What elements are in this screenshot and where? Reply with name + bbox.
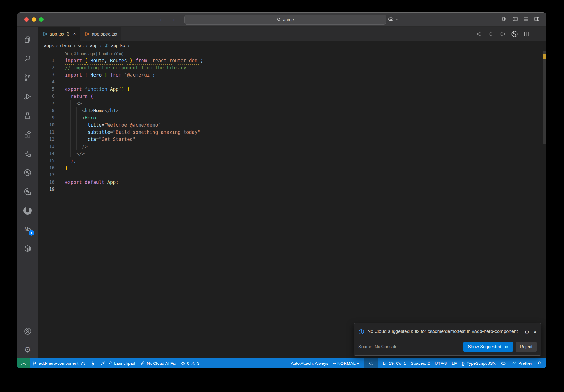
tab-app-tsx[interactable]: app.tsx 3 × (38, 27, 80, 41)
minimize-window-button[interactable] (32, 17, 36, 22)
line-number[interactable]: 15 (38, 157, 55, 164)
formatter-status-item[interactable]: ✓✓ Prettier (509, 358, 535, 368)
nav-forward-icon[interactable] (499, 31, 506, 37)
code-editor[interactable]: You, 3 hours ago | 1 author (You) 1impor… (38, 50, 546, 358)
sidebar-item-nx-console[interactable]: N> 1 (17, 220, 38, 239)
scrollbar[interactable] (543, 51, 546, 144)
breadcrumb-item[interactable]: src (78, 43, 83, 48)
sidebar-item-source-control[interactable] (17, 68, 38, 87)
code-line[interactable]: 17 (38, 172, 546, 179)
sidebar-item-extensions[interactable] (17, 125, 38, 144)
nx-run-graph-icon[interactable] (511, 30, 518, 38)
sidebar-item-package[interactable] (17, 239, 38, 258)
code-line[interactable]: 18export default App; (38, 179, 546, 186)
line-number[interactable]: 19 (38, 186, 55, 193)
code-line[interactable]: 16} (38, 164, 546, 172)
tab-app-spec-tsx[interactable]: app.spec.tsx (80, 27, 121, 41)
line-number[interactable]: 6 (38, 93, 55, 100)
zoom-window-button[interactable] (39, 17, 44, 22)
vim-mode-status-item[interactable]: -- NORMAL -- (331, 358, 362, 368)
breadcrumb-item[interactable]: app (90, 43, 97, 48)
code-line[interactable]: 14 </> (38, 150, 546, 157)
breadcrumb-more[interactable]: … (132, 43, 136, 48)
close-window-button[interactable] (24, 17, 29, 22)
chevron-down-icon[interactable] (395, 18, 399, 21)
notifications-status-item[interactable] (535, 358, 545, 368)
notification-settings-icon[interactable]: ⚙ (525, 329, 529, 335)
problems-status-item[interactable]: ⊘ 0 ⚠ 3 (178, 358, 202, 368)
sidebar-item-nx-project-details[interactable] (17, 182, 38, 201)
toggle-sidebar-icon[interactable] (512, 16, 518, 22)
code-line[interactable]: 15 ); (38, 157, 546, 164)
command-center-search[interactable]: acme (184, 15, 386, 24)
close-icon[interactable]: × (73, 31, 76, 37)
sidebar-item-testing[interactable] (17, 106, 38, 125)
auto-attach-status-item[interactable]: Auto Attach: Always (288, 358, 331, 368)
line-number[interactable]: 16 (38, 164, 55, 172)
launchpad-status-item[interactable]: Launchpad (98, 358, 138, 368)
encoding-status-item[interactable]: UTF-8 (432, 358, 449, 368)
indentation-status-item[interactable]: Spaces: 2 (408, 358, 432, 368)
source-control-graph-item[interactable] (88, 358, 98, 368)
sidebar-item-explorer[interactable] (17, 30, 38, 49)
toggle-secondary-sidebar-icon[interactable] (534, 16, 540, 22)
code-line[interactable]: 7 <> (38, 100, 546, 107)
notification-close-icon[interactable]: × (533, 328, 537, 336)
line-number[interactable]: 7 (38, 100, 55, 107)
line-number[interactable]: 13 (38, 143, 55, 150)
show-suggested-fix-button[interactable]: Show Suggested Fix (463, 342, 513, 352)
toggle-panel-icon[interactable] (523, 16, 529, 22)
breadcrumb-file[interactable]: app.tsx (111, 43, 125, 48)
line-number[interactable]: 14 (38, 150, 55, 157)
code-line[interactable]: 9 <Hero (38, 114, 546, 121)
language-mode-status-item[interactable]: {} TypeScript JSX (459, 358, 498, 368)
code-line[interactable]: 5export function App() { (38, 86, 546, 93)
line-number[interactable]: 9 (38, 114, 55, 121)
copilot-icon[interactable] (387, 16, 394, 23)
copilot-status-item[interactable] (498, 358, 509, 368)
accounts-button[interactable] (17, 322, 38, 341)
code-line[interactable]: 8 <h1>Home</h1> (38, 107, 546, 114)
branch-status-item[interactable]: add-hero-component (30, 358, 88, 368)
code-line[interactable]: 12 cta="Get Started" (38, 136, 546, 143)
sidebar-item-project-structure[interactable] (17, 144, 38, 163)
sidebar-item-edge-tools[interactable] (17, 201, 38, 220)
history-forward-icon[interactable]: → (170, 16, 176, 22)
nav-circle-icon[interactable] (488, 31, 494, 37)
reject-button[interactable]: Reject (516, 342, 537, 352)
code-line[interactable]: 6 return ( (38, 93, 546, 100)
line-number[interactable]: 8 (38, 107, 55, 114)
cursor-position-status-item[interactable]: Ln 19, Col 1 (380, 358, 408, 368)
line-number[interactable]: 12 (38, 136, 55, 143)
code-line[interactable]: 10 title="Welcmoe @acme/demo" (38, 121, 546, 129)
code-line[interactable]: 1import { Route, Routes } from 'react-ro… (38, 57, 546, 64)
line-number[interactable]: 2 (38, 64, 55, 71)
line-number[interactable]: 17 (38, 172, 55, 179)
settings-button[interactable]: ⚙ (17, 341, 38, 358)
line-number[interactable]: 4 (38, 78, 55, 86)
code-line[interactable]: 19 (38, 186, 546, 193)
sidebar-item-search[interactable] (17, 49, 38, 68)
line-number[interactable]: 1 (38, 57, 55, 64)
code-line[interactable]: 13 /> (38, 143, 546, 150)
sidebar-item-run-debug[interactable] (17, 87, 38, 106)
more-actions-icon[interactable]: ⋯ (535, 31, 541, 37)
breadcrumb-item[interactable]: apps (44, 43, 54, 48)
nx-cloud-fix-status-item[interactable]: Nx Cloud AI Fix (138, 358, 179, 368)
sidebar-item-nx-graph[interactable] (17, 163, 38, 182)
line-number[interactable]: 5 (38, 86, 55, 93)
customize-layout-icon[interactable] (501, 16, 508, 22)
code-line[interactable]: 2// importing the component from the lib… (38, 64, 546, 71)
line-number[interactable]: 10 (38, 121, 55, 129)
nav-back-icon[interactable] (476, 31, 482, 37)
split-editor-icon[interactable] (524, 31, 530, 37)
breadcrumb-item[interactable]: demo (60, 43, 71, 48)
line-number[interactable]: 11 (38, 129, 55, 136)
zoom-status-item[interactable] (364, 358, 378, 368)
history-back-icon[interactable]: ← (159, 16, 165, 22)
line-number[interactable]: 18 (38, 179, 55, 186)
line-number[interactable]: 3 (38, 71, 55, 78)
remote-indicator[interactable]: >< (17, 358, 30, 368)
code-line[interactable]: 11 subtitle="Build something amazing tod… (38, 129, 546, 136)
code-line[interactable]: 4 (38, 78, 546, 86)
